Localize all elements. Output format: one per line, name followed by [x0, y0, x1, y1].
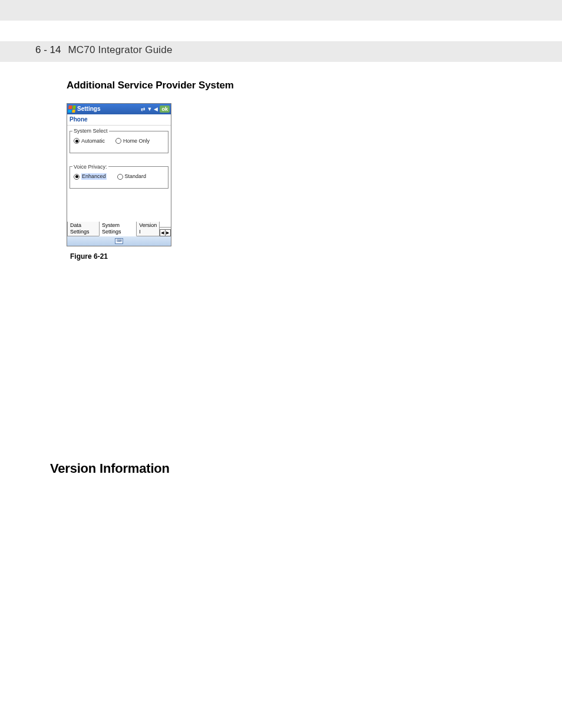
radio-automatic-label: Automatic	[81, 138, 105, 144]
radio-home-only[interactable]	[115, 138, 121, 144]
figure-caption: Figure 6-21	[70, 252, 495, 261]
status-icons: ⇄ ▼ ◀	[141, 106, 158, 113]
page-number: 6 - 14	[35, 44, 61, 56]
radio-standard[interactable]	[117, 174, 123, 180]
volume-icon: ◀	[154, 106, 158, 113]
screenshot-phone-settings: Settings ⇄ ▼ ◀ ok Phone System Select Au…	[67, 103, 171, 246]
radio-home-only-label: Home Only	[123, 138, 150, 144]
section-heading-additional-service: Additional Service Provider System	[67, 80, 495, 91]
group-system-select-legend: System Select	[72, 128, 109, 134]
guide-title: MC70 Integrator Guide	[68, 44, 172, 56]
group-voice-privacy-legend: Voice Privacy:	[72, 164, 108, 170]
radio-enhanced-label: Enhanced	[81, 173, 107, 180]
tab-data-settings[interactable]: Data Settings	[67, 222, 100, 236]
window-title: Settings	[77, 106, 100, 113]
start-flag-icon[interactable]	[68, 106, 76, 113]
radio-standard-label: Standard	[125, 173, 147, 180]
connectivity-icon: ⇄	[141, 106, 146, 113]
keyboard-icon[interactable]: ⌨	[115, 238, 123, 244]
tab-strip: Data Settings System Settings Version I …	[67, 227, 171, 236]
group-voice-privacy: Voice Privacy: Enhanced Standard	[70, 164, 168, 189]
radio-automatic[interactable]	[74, 138, 80, 144]
group-system-select: System Select Automatic Home Only	[70, 128, 168, 153]
sip-bar: ⌨	[67, 236, 171, 246]
applet-title: Phone	[67, 114, 171, 126]
tab-system-settings[interactable]: System Settings	[99, 222, 137, 236]
ok-button[interactable]: ok	[160, 106, 170, 113]
tab-version[interactable]: Version I	[136, 222, 160, 236]
section-heading-version-information: Version Information	[50, 461, 495, 476]
signal-icon: ▼	[147, 106, 153, 113]
radio-enhanced[interactable]	[74, 174, 80, 180]
window-titlebar: Settings ⇄ ▼ ◀ ok	[67, 104, 171, 114]
tab-scroll-right[interactable]: ▶	[166, 229, 171, 236]
tab-scroll-left[interactable]: ◀	[160, 229, 166, 236]
